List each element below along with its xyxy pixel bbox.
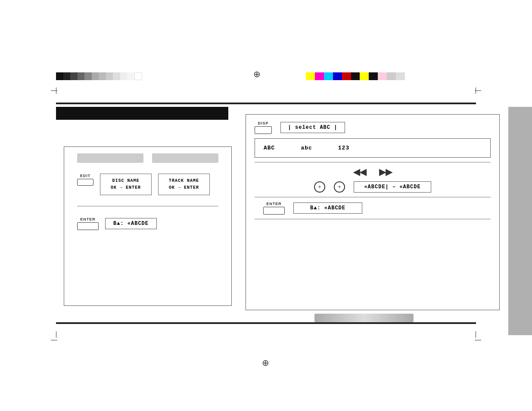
track-name-box: TRACK NAME OK → ENTER	[158, 174, 210, 195]
right-enter-button-group: ENTER	[263, 202, 285, 215]
dial-left-icon[interactable]	[314, 181, 325, 193]
top-border-line	[56, 103, 476, 104]
edit-label: EDIT	[80, 174, 91, 178]
crosshair-top-center: ⊕	[253, 69, 261, 79]
right-panel-divider-3	[255, 219, 491, 219]
placeholder-bar-1	[77, 153, 143, 163]
select-bottom-bar	[314, 314, 414, 322]
edit-display-box: «ABCDE| – «ABCDE	[354, 181, 431, 193]
select-display-text: | select ABC |	[288, 125, 338, 131]
right-enter-section: ENTER B▲: «ABCDE	[255, 202, 491, 215]
left-panel: EDIT DISC NAME OK → ENTER TRACK NAME OK …	[64, 146, 232, 306]
dial-section: «ABCDE| – «ABCDE	[255, 181, 491, 193]
edit-section: EDIT DISC NAME OK → ENTER TRACK NAME OK …	[73, 174, 223, 195]
color-colorbars	[306, 72, 405, 80]
left-enter-button[interactable]	[77, 222, 99, 230]
trim-mark-br-v	[476, 331, 476, 338]
trim-mark-bl-h	[51, 340, 57, 340]
right-enter-label: ENTER	[266, 202, 282, 206]
left-cursor-text: B▲: «ABCDE	[113, 221, 149, 227]
disc-name-line1: DISC NAME	[106, 177, 146, 184]
char-option-upper[interactable]: ABC	[264, 145, 275, 151]
char-option-numbers[interactable]: 123	[338, 145, 349, 151]
grayscale-colorbars	[56, 72, 142, 80]
char-option-lower[interactable]: abc	[301, 145, 312, 151]
left-enter-button-group: ENTER	[77, 217, 99, 230]
crosshair-bottom-center: ⊕	[262, 358, 269, 368]
right-cursor-text: B▲: «ABCDE	[310, 205, 345, 211]
right-cursor-display: B▲: «ABCDE	[293, 202, 362, 214]
dial-right-icon[interactable]	[334, 181, 345, 193]
left-cursor-display: B▲: «ABCDE	[105, 218, 157, 229]
nav-prev-button[interactable]: ◀◀	[353, 167, 366, 177]
disc-name-line2: OK → ENTER	[106, 184, 146, 191]
select-display: | select ABC |	[280, 122, 345, 133]
right-side-bar	[508, 107, 532, 335]
disc-name-box: DISC NAME OK → ENTER	[100, 174, 152, 195]
left-enter-label: ENTER	[80, 217, 96, 221]
placeholder-bar-2	[152, 153, 218, 163]
nav-next-button[interactable]: ▶▶	[379, 167, 392, 177]
track-name-line1: TRACK NAME	[164, 177, 204, 184]
char-select-box: ABC abc 123	[255, 138, 491, 158]
edit-display-text: «ABCDE| – «ABCDE	[364, 184, 420, 190]
trim-mark-bl-v	[56, 331, 56, 338]
left-enter-section: ENTER B▲: «ABCDE	[73, 217, 223, 230]
edit-button-group: EDIT	[77, 174, 93, 186]
track-name-line2: OK → ENTER	[164, 184, 204, 191]
edit-button[interactable]	[77, 179, 93, 186]
right-panel-divider-1	[255, 162, 491, 162]
nav-section: ◀◀ ▶▶	[255, 167, 491, 177]
disp-button[interactable]	[255, 126, 272, 134]
right-enter-button[interactable]	[263, 207, 285, 215]
disp-section: DISP | select ABC |	[255, 121, 491, 134]
disp-label: DISP	[258, 121, 268, 125]
trim-mark-br-h	[475, 340, 481, 340]
left-title-bar	[56, 107, 228, 120]
bottom-border-line	[56, 322, 476, 324]
trim-mark-tl-h	[51, 90, 57, 91]
right-panel-divider-2	[255, 197, 491, 197]
trim-mark-tr-h	[475, 90, 481, 91]
disp-button-group: DISP	[255, 121, 272, 134]
right-panel: DISP | select ABC | ABC abc 123 ◀◀ ▶▶ «A…	[246, 114, 500, 310]
placeholder-bars	[73, 153, 223, 163]
left-panel-divider	[77, 206, 218, 206]
